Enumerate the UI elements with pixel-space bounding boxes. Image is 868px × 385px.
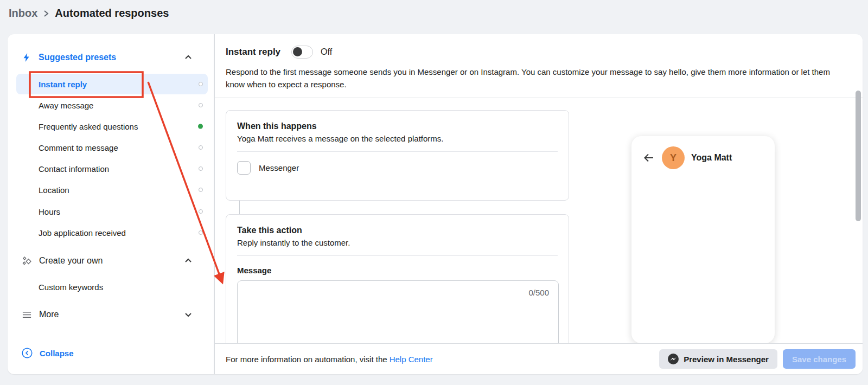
save-changes-button[interactable]: Save changes bbox=[783, 349, 856, 369]
footer-bar: For more information on automation, visi… bbox=[215, 343, 863, 374]
status-dot-empty bbox=[199, 209, 203, 214]
status-dot-empty bbox=[199, 82, 203, 86]
character-counter: 0/500 bbox=[528, 288, 549, 297]
collapse-sidebar-button[interactable]: Collapse bbox=[16, 344, 208, 362]
card-connector-line bbox=[239, 201, 240, 214]
divider bbox=[237, 255, 558, 256]
breadcrumb-current: Automated responses bbox=[55, 7, 169, 20]
sidebar-item-hours[interactable]: Hours bbox=[16, 201, 208, 222]
instant-reply-header: Instant reply Off Respond to the first m… bbox=[215, 34, 863, 98]
sidebar-item-custom-keywords[interactable]: Custom keywords bbox=[16, 277, 208, 297]
messenger-icon bbox=[668, 354, 679, 364]
back-arrow-icon bbox=[642, 151, 655, 164]
item-label: Location bbox=[39, 185, 69, 195]
settings-scroll-area: When this happens Yoga Matt receives a m… bbox=[215, 98, 863, 343]
card-title: Take this action bbox=[237, 226, 558, 235]
lightning-icon bbox=[22, 53, 31, 62]
message-field-label: Message bbox=[237, 266, 558, 275]
item-label: Contact information bbox=[39, 164, 109, 174]
button-label: Save changes bbox=[792, 355, 846, 364]
take-this-action-card: Take this action Reply instantly to the … bbox=[226, 214, 569, 343]
footer-info-text: For more information on automation, visi… bbox=[226, 355, 387, 364]
card-subtitle: Yoga Matt receives a message on the sele… bbox=[237, 134, 558, 143]
section-label: Create your own bbox=[39, 256, 103, 266]
item-label: Hours bbox=[39, 207, 60, 216]
section-label: More bbox=[39, 310, 59, 319]
content-card: Suggested presets Instant reply Away mes… bbox=[8, 34, 863, 374]
automated-responses-page: Inbox Automated responses Suggested pres… bbox=[0, 0, 868, 385]
messenger-checkbox[interactable] bbox=[237, 161, 251, 175]
message-input[interactable] bbox=[237, 280, 559, 343]
status-dot-empty bbox=[199, 230, 203, 235]
status-dot-empty bbox=[199, 188, 203, 192]
when-this-happens-card: When this happens Yoga Matt receives a m… bbox=[226, 110, 569, 201]
instant-reply-toggle[interactable] bbox=[291, 46, 313, 59]
help-center-link[interactable]: Help Center bbox=[390, 355, 433, 364]
chevron-left-circle-icon bbox=[22, 348, 33, 358]
item-label: Away message bbox=[39, 101, 93, 110]
item-label: Custom keywords bbox=[39, 283, 103, 292]
sparkles-icon bbox=[22, 256, 32, 266]
status-dot-empty bbox=[199, 166, 203, 171]
feature-description: Respond to the first message someone sen… bbox=[226, 66, 840, 91]
card-title: When this happens bbox=[237, 121, 558, 131]
sidebar-item-instant-reply[interactable]: Instant reply bbox=[16, 74, 208, 94]
sidebar-item-job-application-received[interactable]: Job application received bbox=[16, 222, 208, 243]
collapse-label: Collapse bbox=[40, 349, 74, 358]
status-dot-active bbox=[198, 124, 203, 129]
sidebar-item-frequently-asked-questions[interactable]: Frequently asked questions bbox=[16, 116, 208, 137]
menu-lines-icon bbox=[22, 310, 32, 320]
status-dot-empty bbox=[199, 103, 203, 107]
sidebar-item-comment-to-message[interactable]: Comment to message bbox=[16, 137, 208, 158]
avatar: Y bbox=[662, 146, 685, 169]
divider bbox=[237, 151, 558, 152]
breadcrumb-inbox-link[interactable]: Inbox bbox=[9, 7, 37, 20]
preview-page-name: Yoga Matt bbox=[691, 153, 732, 163]
card-subtitle: Reply instantly to the customer. bbox=[237, 238, 558, 247]
sidebar-item-contact-information[interactable]: Contact information bbox=[16, 158, 208, 179]
item-label: Frequently asked questions bbox=[39, 122, 138, 131]
toggle-knob bbox=[293, 47, 302, 56]
messenger-preview-panel: Y Yoga Matt bbox=[631, 136, 775, 343]
presets-sidebar: Suggested presets Instant reply Away mes… bbox=[8, 34, 214, 374]
chevron-right-icon bbox=[43, 9, 49, 18]
status-dot-empty bbox=[199, 145, 203, 150]
section-label: Suggested presets bbox=[39, 53, 116, 62]
messenger-checkbox-label: Messenger bbox=[259, 163, 299, 172]
breadcrumb: Inbox Automated responses bbox=[9, 7, 169, 20]
chevron-up-icon bbox=[184, 53, 193, 62]
preview-in-messenger-button[interactable]: Preview in Messenger bbox=[659, 349, 777, 369]
sidebar-section-create-your-own[interactable]: Create your own bbox=[16, 252, 208, 270]
main-panel: Instant reply Off Respond to the first m… bbox=[214, 34, 863, 374]
scrollbar-thumb[interactable] bbox=[856, 91, 861, 221]
button-label: Preview in Messenger bbox=[684, 355, 769, 364]
sidebar-section-more[interactable]: More bbox=[16, 306, 208, 323]
chevron-down-icon bbox=[184, 310, 193, 319]
item-label: Comment to message bbox=[39, 143, 118, 152]
page-title: Instant reply bbox=[226, 47, 280, 57]
sidebar-section-suggested-presets[interactable]: Suggested presets bbox=[16, 49, 208, 66]
item-label: Job application received bbox=[39, 228, 126, 238]
sidebar-item-location[interactable]: Location bbox=[16, 179, 208, 200]
sidebar-item-away-message[interactable]: Away message bbox=[16, 95, 208, 116]
chevron-up-icon bbox=[184, 256, 193, 265]
toggle-state-label: Off bbox=[321, 47, 332, 57]
item-label: Instant reply bbox=[39, 80, 87, 89]
